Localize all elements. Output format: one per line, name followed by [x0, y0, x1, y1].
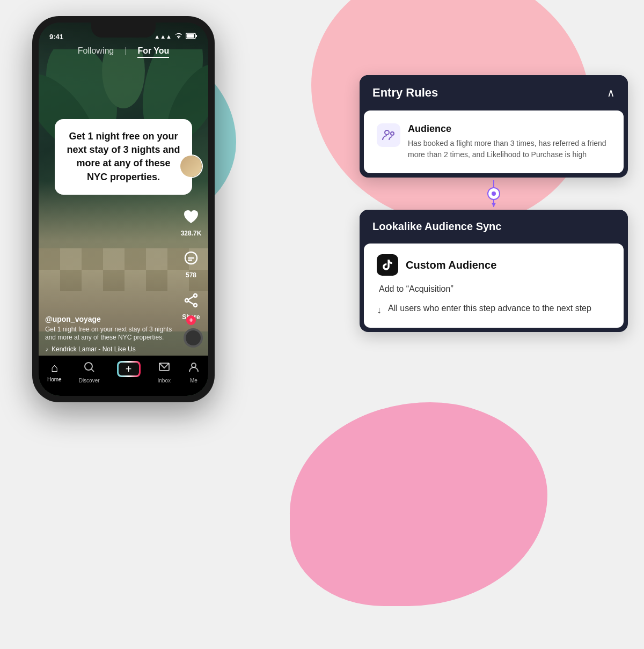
heart-icon: [179, 205, 203, 228]
comment-icon: [179, 247, 203, 270]
wifi-icon: [174, 33, 183, 40]
phone-mockup: 9:41 ▲▲▲ Following | For You: [32, 16, 215, 402]
entry-rules-body: Audience Has booked a flight more than 3…: [364, 110, 624, 173]
svg-rect-7: [82, 248, 103, 270]
svg-rect-15: [187, 34, 194, 38]
bottom-navigation: ⌂ Home Discover +: [39, 356, 208, 396]
create-inner: +: [119, 363, 139, 375]
audience-row: Audience Has booked a flight more than 3…: [377, 123, 611, 160]
svg-rect-11: [103, 270, 125, 291]
lookalike-body: Custom Audience Add to “Acquisition” ↓ A…: [364, 244, 624, 328]
advance-row: ↓ All users who enter this step advance …: [377, 303, 611, 317]
for-you-tab[interactable]: For You: [137, 46, 169, 58]
me-icon: [188, 361, 200, 376]
connector-arrow-icon: ▼: [490, 200, 497, 209]
tiktok-icon: [377, 254, 398, 276]
svg-point-28: [391, 132, 394, 135]
lookalike-title: Lookalike Audience Sync: [372, 220, 501, 232]
bg-blob-pink-bottom: [290, 402, 547, 606]
like-button[interactable]: 328.7K: [179, 205, 203, 237]
battery-icon: [186, 33, 197, 40]
following-tab[interactable]: Following: [78, 46, 114, 58]
nav-inbox[interactable]: Inbox: [158, 361, 171, 384]
svg-point-23: [85, 363, 92, 370]
nav-me[interactable]: Me: [188, 361, 200, 384]
music-row: ♪ Kendrick Lamar - Not Like Us: [45, 345, 173, 353]
audience-description: Has booked a flight more than 3 times, h…: [408, 138, 611, 160]
inbox-icon: [158, 361, 170, 376]
svg-rect-10: [60, 270, 82, 291]
svg-point-19: [185, 299, 188, 302]
home-icon: ⌂: [51, 361, 58, 375]
home-label: Home: [47, 377, 62, 382]
custom-audience-title: Custom Audience: [406, 259, 496, 271]
svg-point-27: [385, 130, 389, 135]
avatar-image: [180, 156, 202, 177]
add-to-acquisition: Add to “Acquisition”: [377, 284, 611, 294]
like-count: 328.7K: [181, 230, 202, 237]
tiktok-top-nav: Following | For You: [39, 46, 208, 58]
username: @upon_voyage: [45, 315, 173, 323]
svg-point-18: [194, 294, 197, 297]
connector-dot-inner: [492, 191, 496, 196]
create-button[interactable]: +: [117, 361, 141, 377]
discover-label: Discover: [79, 378, 100, 384]
nav-discover[interactable]: Discover: [79, 361, 100, 384]
phone-screen: 9:41 ▲▲▲ Following | For You: [39, 23, 208, 396]
custom-audience-row: Custom Audience: [377, 254, 611, 276]
svg-line-22: [188, 301, 194, 305]
music-note-icon: ♪: [45, 345, 48, 353]
promo-text: Get 1 night free on your next stay of 3 …: [67, 131, 180, 182]
signal-icon: ▲▲▲: [154, 33, 172, 40]
music-disc: [184, 328, 203, 348]
svg-rect-8: [125, 248, 146, 270]
right-panel: Entry Rules ∧ Audience Has booked a flig…: [360, 75, 628, 332]
nav-home[interactable]: ⌂ Home: [47, 361, 62, 382]
audience-title: Audience: [408, 123, 611, 135]
audience-icon: [377, 123, 400, 147]
me-label: Me: [190, 378, 197, 384]
svg-line-21: [188, 297, 194, 300]
nav-separator: |: [125, 46, 127, 58]
promo-card: Get 1 night free on your next stay of 3 …: [55, 119, 192, 195]
down-arrow-icon: ↓: [377, 304, 382, 317]
inbox-label: Inbox: [158, 378, 171, 384]
flow-connector: ▼: [360, 178, 628, 210]
side-actions: + 328.7K 578: [179, 154, 203, 321]
svg-rect-12: [146, 270, 167, 291]
avatar: [179, 154, 203, 178]
time-display: 9:41: [49, 33, 63, 41]
avatar-action[interactable]: +: [179, 154, 203, 178]
comment-button[interactable]: 578: [179, 247, 203, 279]
video-info: @upon_voyage Get 1 night free on your ne…: [45, 315, 173, 353]
discover-icon: [83, 361, 95, 376]
share-icon: [179, 289, 203, 312]
advance-text: All users who enter this step advance to…: [388, 303, 591, 314]
entry-rules-title: Entry Rules: [372, 86, 438, 100]
svg-point-26: [192, 363, 196, 367]
comment-count: 578: [186, 271, 196, 279]
music-name: Kendrick Lamar - Not Like Us: [52, 345, 136, 353]
video-caption: Get 1 night free on your next stay of 3 …: [45, 326, 173, 342]
phone-frame: 9:41 ▲▲▲ Following | For You: [32, 16, 215, 402]
svg-rect-16: [196, 35, 197, 37]
status-icons: ▲▲▲: [154, 33, 197, 40]
follow-plus-icon: +: [186, 315, 196, 325]
phone-notch: [91, 23, 156, 38]
audience-info: Audience Has booked a flight more than 3…: [408, 123, 611, 160]
svg-rect-6: [39, 248, 60, 270]
connector-dot: [487, 187, 500, 200]
lookalike-card: Lookalike Audience Sync Custom Audience …: [360, 210, 628, 332]
svg-point-20: [194, 304, 197, 307]
chevron-up-icon[interactable]: ∧: [607, 86, 615, 99]
entry-rules-card: Entry Rules ∧ Audience Has booked a flig…: [360, 75, 628, 178]
nav-create[interactable]: +: [117, 361, 141, 377]
lookalike-header: Lookalike Audience Sync: [360, 210, 628, 244]
entry-rules-header: Entry Rules ∧: [360, 75, 628, 110]
svg-line-24: [92, 370, 94, 372]
